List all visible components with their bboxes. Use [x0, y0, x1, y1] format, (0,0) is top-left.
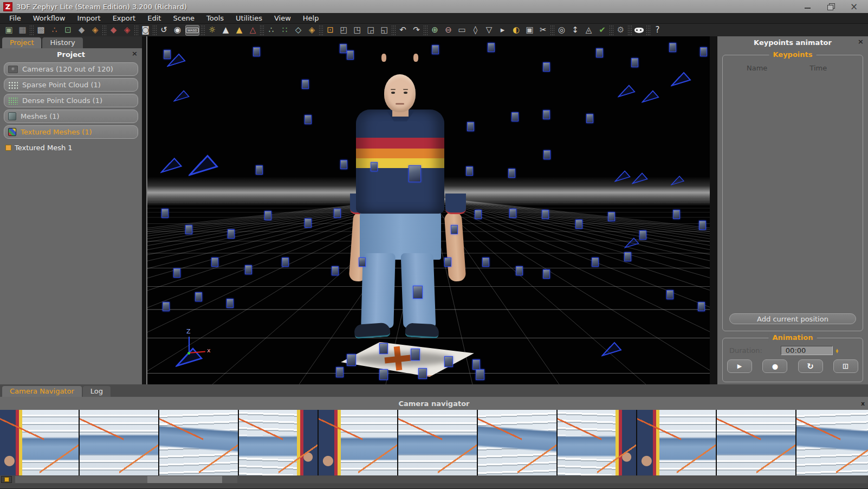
export-textured-mesh-icon[interactable]: ◈ [120, 24, 134, 36]
camera-frustum[interactable] [302, 80, 309, 89]
rect-selection-icon[interactable]: ◊ [469, 24, 482, 36]
camera-thumbnail-2[interactable] [80, 410, 158, 475]
camera-frustum-wire[interactable] [614, 170, 631, 183]
camera-frustum[interactable] [264, 211, 271, 220]
camera-frustum[interactable] [700, 47, 707, 56]
orbit-gizmo-icon[interactable]: ◎ [555, 24, 568, 36]
camera-frustum[interactable] [409, 165, 421, 182]
camera-frustum-wire[interactable] [173, 89, 190, 102]
export-mesh-icon[interactable]: ◆ [107, 24, 120, 36]
camera-navigator-close-icon[interactable]: x [861, 400, 865, 407]
copy-view-icon[interactable]: ◰ [337, 24, 351, 36]
camera-thumbnail-8[interactable] [558, 410, 636, 475]
camera-frustum[interactable] [163, 302, 170, 311]
project-item-textured[interactable]: Textured Meshes (1) [4, 125, 138, 139]
textured-mesh-leaf[interactable]: Textured Mesh 1 [5, 144, 142, 152]
camera-thumbnail-7[interactable] [478, 410, 556, 475]
wasd-toggle[interactable]: WASD [185, 25, 199, 36]
camera-frustum[interactable] [482, 258, 489, 267]
deselect-points-icon[interactable]: ⊖ [442, 24, 455, 36]
menu-view[interactable]: View [268, 14, 297, 23]
camera-frustum[interactable] [467, 122, 474, 131]
camera-frustum[interactable] [161, 209, 169, 218]
menu-file[interactable]: File [3, 14, 27, 23]
camera-frustum[interactable] [444, 356, 453, 367]
camera-thumbnail-11[interactable] [796, 410, 868, 475]
camera-thumbnail-9[interactable] [637, 410, 716, 475]
align-axes-icon[interactable]: ✔ [595, 24, 609, 36]
camera-frustum-wire[interactable] [624, 237, 640, 249]
wireframe-shading-icon[interactable]: △ [246, 24, 260, 36]
export-video-button[interactable] [833, 359, 858, 373]
camera-frustum[interactable] [418, 368, 427, 379]
mask-icon[interactable] [632, 24, 646, 36]
camera-frustum-wire[interactable] [618, 84, 636, 98]
camera-thumbnail-6[interactable] [398, 410, 477, 475]
rotate-view-icon[interactable]: ↺ [157, 24, 171, 36]
camera-frustum[interactable] [432, 45, 439, 54]
camera-frustum[interactable] [379, 369, 388, 380]
open-project-icon[interactable]: ▣ [2, 24, 16, 36]
show-mesh-icon[interactable]: ◇ [292, 24, 305, 36]
camera-frustum[interactable] [673, 210, 680, 219]
project-panel-close-icon[interactable]: × [132, 49, 138, 57]
camera-thumbnail-10[interactable] [717, 410, 795, 475]
keypoints-list[interactable] [723, 72, 863, 313]
camera-frustum-wire[interactable] [189, 153, 219, 177]
camera-frustum[interactable] [488, 43, 495, 52]
loop-button[interactable] [798, 359, 823, 373]
crop-selection-icon[interactable]: ▣ [523, 24, 536, 36]
project-item-dense[interactable]: Dense Point Clouds (1) [4, 94, 138, 107]
camera-frustum[interactable] [516, 266, 523, 275]
camera-frustum-wire[interactable] [671, 175, 685, 186]
camera-frustum[interactable] [596, 48, 603, 57]
paste-view-icon[interactable]: ◳ [351, 24, 364, 36]
menu-help[interactable]: Help [297, 14, 325, 23]
minimize-icon[interactable] [804, 3, 812, 10]
menu-utilities[interactable]: Utilities [230, 14, 268, 23]
duration-spinner[interactable]: ▲▼ [834, 346, 840, 355]
camera-frustum[interactable] [282, 258, 289, 267]
scrollbar-thumb[interactable] [147, 476, 222, 483]
manual-selection-icon[interactable]: ▸ [496, 24, 509, 36]
select-by-color-icon[interactable]: ▭ [455, 24, 469, 36]
dense-reconstruction-icon[interactable]: ⊡ [61, 24, 75, 36]
lighting-icon[interactable]: ☼ [205, 24, 219, 36]
play-button[interactable] [727, 359, 752, 373]
camera-frustum[interactable] [476, 369, 484, 380]
save-project-icon[interactable]: ▦ [16, 24, 29, 36]
camera-frustum[interactable] [575, 220, 582, 229]
show-textured-mesh-icon[interactable]: ◈ [305, 24, 319, 36]
camera-frustum[interactable] [666, 290, 673, 299]
camera-frustum[interactable] [413, 286, 423, 299]
camera-frustum[interactable] [466, 166, 473, 176]
camera-frustum-wire[interactable] [632, 172, 649, 185]
camera-thumbnail-5[interactable] [319, 410, 397, 475]
camera-frustum[interactable] [226, 299, 234, 308]
camera-frustum[interactable] [698, 302, 705, 311]
rotate-around-point-icon[interactable]: ◉ [171, 24, 184, 36]
zoom-extents-icon[interactable]: ◲ [364, 24, 378, 36]
camera-frustum[interactable] [173, 268, 180, 278]
camera-frustum[interactable] [631, 58, 638, 67]
camera-frustum-wire[interactable] [671, 71, 692, 87]
camera-thumbnail-3[interactable] [159, 410, 238, 475]
menu-edit[interactable]: Edit [141, 14, 167, 23]
viewport-3d[interactable]: Z x [146, 36, 710, 384]
cut-selection-icon[interactable]: ✂ [536, 24, 550, 36]
camera-frustum[interactable] [347, 50, 354, 60]
poly-selection-icon[interactable]: ▽ [482, 24, 496, 36]
camera-frustum[interactable] [543, 62, 550, 72]
camera-frustum[interactable] [511, 112, 519, 121]
camera-frustum[interactable] [334, 209, 341, 218]
close-icon[interactable] [850, 3, 857, 10]
camera-frustum[interactable] [475, 210, 482, 219]
camera-frustum[interactable] [543, 150, 550, 159]
keypoints-animator-close-icon[interactable]: × [858, 37, 864, 46]
camera-frustum[interactable] [509, 209, 516, 218]
camera-frustum[interactable] [305, 218, 312, 228]
tab-camera-navigator[interactable]: Camera Navigator [2, 386, 82, 397]
camera-frustum[interactable] [543, 269, 550, 279]
menu-workflow[interactable]: Workflow [27, 14, 72, 23]
add-current-position-button[interactable]: Add current position [729, 313, 856, 324]
